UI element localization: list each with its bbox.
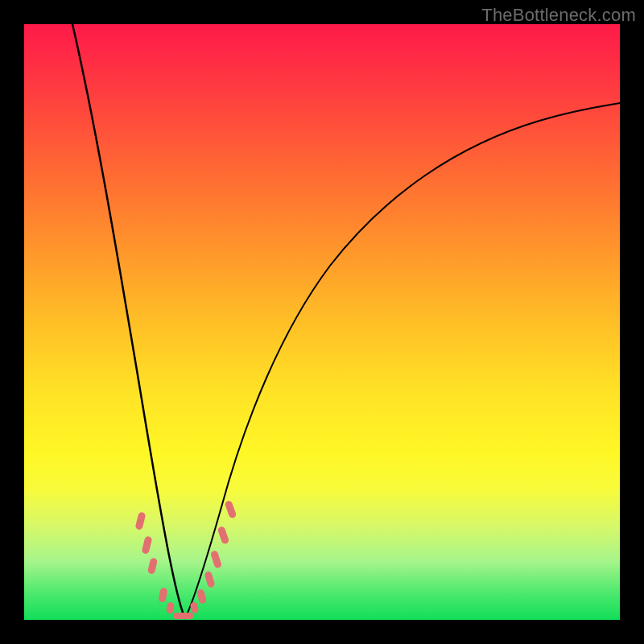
threshold-marker (224, 500, 237, 519)
threshold-marker (210, 550, 222, 569)
threshold-marker (217, 526, 230, 545)
chart-svg (24, 24, 620, 620)
threshold-marker (196, 588, 207, 605)
outer-frame: TheBottleneck.com (0, 0, 644, 644)
threshold-marker (141, 535, 152, 555)
left-curve (72, 24, 185, 618)
valley-floor-marker (173, 613, 193, 619)
threshold-marker (166, 601, 175, 613)
threshold-marker (134, 511, 146, 530)
attribution-label: TheBottleneck.com (481, 5, 636, 26)
threshold-marker (158, 587, 167, 602)
threshold-marker (147, 557, 158, 575)
threshold-marker (204, 571, 215, 588)
plot-area (24, 24, 620, 620)
right-curve (185, 103, 620, 618)
